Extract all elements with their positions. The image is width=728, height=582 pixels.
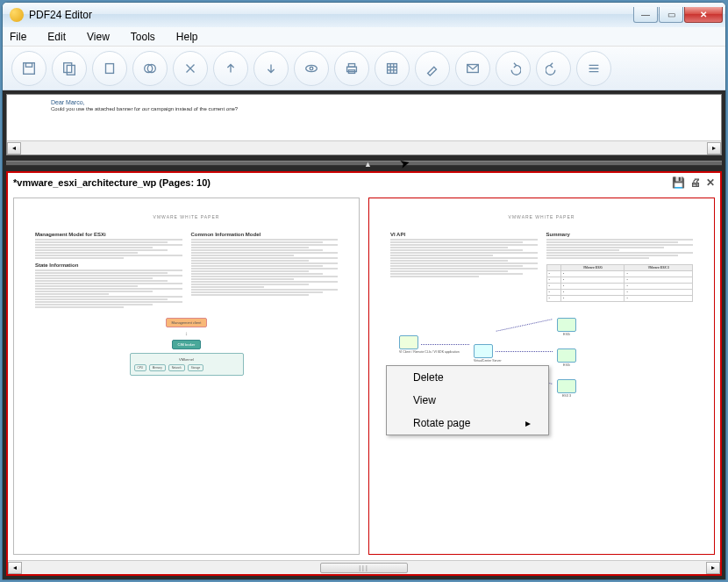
context-view[interactable]: View xyxy=(387,389,548,412)
svg-point-7 xyxy=(306,65,318,71)
svg-rect-2 xyxy=(64,62,72,72)
window-title: PDF24 Editor xyxy=(29,9,633,21)
svg-rect-4 xyxy=(106,63,114,73)
merge-button[interactable] xyxy=(132,51,168,86)
context-rotate-page[interactable]: Rotate page▸ xyxy=(387,412,548,435)
sign-button[interactable] xyxy=(415,51,450,86)
svg-rect-12 xyxy=(388,63,397,73)
move-up-button[interactable] xyxy=(213,51,248,86)
minimize-button[interactable]: — xyxy=(633,7,658,23)
top-document-pane[interactable]: Dear Marco, Could you use the attached b… xyxy=(6,94,722,155)
move-down-button[interactable] xyxy=(253,51,289,86)
settings-button[interactable] xyxy=(576,51,611,86)
properties-button[interactable] xyxy=(375,51,410,86)
svg-rect-1 xyxy=(25,62,32,67)
email-greeting: Dear Marco, xyxy=(51,98,677,106)
menu-view[interactable]: View xyxy=(87,31,110,43)
app-icon xyxy=(10,8,24,22)
scroll-left-icon[interactable]: ◂ xyxy=(7,142,21,154)
delete-button[interactable] xyxy=(173,51,208,86)
copy-button[interactable] xyxy=(52,51,87,86)
menu-help[interactable]: Help xyxy=(176,31,198,43)
scroll-left-icon[interactable]: ◂ xyxy=(8,562,22,574)
close-button[interactable]: ✕ xyxy=(684,7,723,23)
email-body: Could you use the attached banner for ou… xyxy=(51,106,677,113)
page-thumbnail-1[interactable]: VMWARE WHITE PAPER Management Model for … xyxy=(13,198,360,555)
workspace: Dear Marco, Could you use the attached b… xyxy=(3,90,725,579)
save-button[interactable] xyxy=(11,51,46,86)
undo-button[interactable] xyxy=(496,51,531,86)
context-menu: Delete View Rotate page▸ xyxy=(386,365,549,435)
svg-rect-10 xyxy=(348,63,354,67)
pane-splitter[interactable] xyxy=(6,161,722,166)
menubar: File Edit View Tools Help xyxy=(3,27,725,47)
scroll-thumb[interactable]: ||| xyxy=(320,563,408,573)
toolbar xyxy=(3,47,725,90)
bottom-document-pane[interactable]: *vmware_esxi_architecture_wp (Pages: 10)… xyxy=(6,171,722,576)
pane-close-icon[interactable]: ✕ xyxy=(706,176,715,189)
context-delete[interactable]: Delete xyxy=(387,366,548,389)
page1-diagram: Management client ↕ CIM broker VMkernel … xyxy=(35,318,338,376)
svg-point-8 xyxy=(310,67,313,70)
menu-edit[interactable]: Edit xyxy=(47,31,66,43)
svg-rect-0 xyxy=(24,62,35,74)
redo-button[interactable] xyxy=(536,51,571,86)
document-title: *vmware_esxi_architecture_wp (Pages: 10) xyxy=(13,177,211,188)
pane-print-icon[interactable]: 🖨 xyxy=(690,176,701,189)
scroll-right-icon[interactable]: ▸ xyxy=(707,142,721,154)
top-pane-hscroll[interactable]: ◂ ▸ xyxy=(7,140,721,154)
new-page-button[interactable] xyxy=(92,51,127,86)
pane-save-icon[interactable]: 💾 xyxy=(672,176,685,189)
print-button[interactable] xyxy=(334,51,369,86)
scroll-right-icon[interactable]: ▸ xyxy=(706,562,720,574)
submenu-arrow-icon: ▸ xyxy=(525,417,531,429)
menu-file[interactable]: File xyxy=(10,31,26,43)
menu-tools[interactable]: Tools xyxy=(131,31,155,43)
preview-button[interactable] xyxy=(294,51,329,86)
titlebar: PDF24 Editor — ▭ ✕ xyxy=(3,3,725,27)
email-button[interactable] xyxy=(455,51,490,86)
bottom-pane-hscroll[interactable]: ◂ ||| ▸ xyxy=(8,560,720,574)
svg-rect-3 xyxy=(67,65,75,75)
maximize-button[interactable]: ▭ xyxy=(659,7,683,23)
